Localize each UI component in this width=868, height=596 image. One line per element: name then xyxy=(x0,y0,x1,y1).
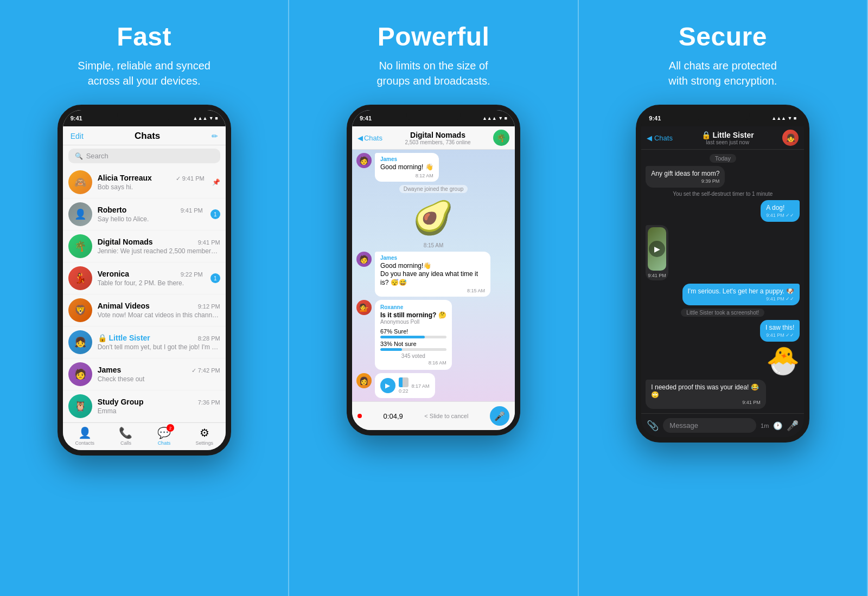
chat-info-sister: 🔒 Little Sister 8:28 PM Don't tell mom y… xyxy=(98,334,220,351)
timestamp-815: 8:15 AM xyxy=(424,242,444,248)
group-name: Digital Nomads xyxy=(386,131,490,139)
search-icon: 🔍 xyxy=(75,152,83,160)
attach-icon[interactable]: 📎 xyxy=(647,420,659,432)
msg-text-gift: Any gift ideas for mom? xyxy=(651,170,719,177)
dark-input-bar: 📎 Message 1m 🕐 🎤 xyxy=(641,413,804,437)
avatar-study: 🦉 xyxy=(68,394,92,418)
sticker-chick: 🐣 xyxy=(766,345,800,376)
msg-james-reply: James Good morning!👋Do you have any idea… xyxy=(375,252,490,297)
chat-name-sister: 🔒 Little Sister xyxy=(98,334,150,342)
chat-info-nomads: Digital Nomads 9:41 PM Jennie: We just r… xyxy=(98,238,220,255)
message-placeholder: Message xyxy=(669,421,698,430)
calls-icon: 📞 xyxy=(119,426,132,439)
group-sub: 2,503 members, 736 online xyxy=(386,139,490,145)
audio-bubble: ▶ 0:22 8:17 AM xyxy=(375,373,435,398)
back-button[interactable]: ◀ Chats xyxy=(358,134,382,142)
avatar-james-group: 🧑 xyxy=(356,153,372,168)
panel-secure: Secure All chats are protectedwith stron… xyxy=(579,0,868,596)
tab-settings[interactable]: ⚙ Settings xyxy=(195,426,213,446)
sticker-avocado: 🥑 xyxy=(356,196,510,239)
screenshot-notice: Little Sister took a screenshot! xyxy=(681,309,764,317)
tab-contacts[interactable]: 👤 Contacts xyxy=(75,426,94,446)
panel-fast-title: Fast xyxy=(117,22,171,52)
secure-messages: Today Any gift ideas for mom? 9:39 PM Yo… xyxy=(641,150,804,413)
badge-veronica: 1 xyxy=(210,273,220,283)
recording-dot xyxy=(358,414,362,418)
chats-title: Chats xyxy=(135,131,160,142)
chat-name-nomads: Digital Nomads xyxy=(98,238,153,246)
dark-nav-name: 🔒 Little Sister xyxy=(676,131,779,139)
phone2-status-icons: ▲▲▲ ▼ ■ xyxy=(482,116,507,121)
video-thumbnail: ▶ xyxy=(648,227,666,271)
system-destruct: You set the self-destruct timer to 1 min… xyxy=(673,191,773,197)
panel-fast-subtitle: Simple, reliable and syncedacross all yo… xyxy=(78,58,210,88)
msg-sender-james: James xyxy=(380,156,433,162)
dark-back-label: Chats xyxy=(654,134,673,142)
message-input[interactable]: Message xyxy=(663,418,756,433)
tab-bar: 👤 Contacts 📞 Calls 💬 2 Chats ⚙ Settings xyxy=(63,422,226,450)
chat-time-sister: 8:28 PM xyxy=(198,335,220,342)
poll-option-2: 33% Not sure xyxy=(380,341,446,351)
video-time: 9:41 PM xyxy=(648,273,666,278)
chat-info-study: Study Group 7:36 PM Emma xyxy=(98,398,220,415)
audio-time: 8:17 AM xyxy=(412,383,430,389)
phone3-time: 9:41 xyxy=(649,115,661,121)
poll-sender: Roxanne xyxy=(380,304,446,310)
chat-item-roberto[interactable]: 👤 Roberto 9:41 PM Say hello to Alice. 1 xyxy=(63,198,226,230)
chat-item-nomads[interactable]: 🌴 Digital Nomads 9:41 PM Jennie: We just… xyxy=(63,230,226,262)
settings-icon: ⚙ xyxy=(200,426,209,439)
poll-label-2: 33% Not sure xyxy=(380,341,446,347)
chat-time-alicia: ✓ 9:41 PM xyxy=(176,175,205,182)
pin-icon-alicia: 📌 xyxy=(212,178,220,186)
panel-fast: Fast Simple, reliable and syncedacross a… xyxy=(0,0,289,596)
search-bar[interactable]: 🔍 Search xyxy=(68,149,220,163)
avatar-james: 🧑 xyxy=(68,362,92,386)
msg-text-saw: I saw this! xyxy=(765,324,794,331)
poll-label-1: 67% Sure! xyxy=(380,328,446,335)
chat-item-animal[interactable]: 🦁 Animal Videos 9:12 PM Vote now! Moar c… xyxy=(63,294,226,326)
chat-preview-james: Check these out xyxy=(98,375,220,383)
chat-item-sister[interactable]: 👧 🔒 Little Sister 8:28 PM Don't tell mom… xyxy=(63,326,226,358)
audio-duration: 0:22 xyxy=(399,388,409,394)
date-label-today: Today xyxy=(710,154,736,163)
chat-name-animal: Animal Videos xyxy=(98,302,150,310)
phone2-notch: 9:41 ▲▲▲ ▼ ■ xyxy=(352,110,515,126)
dark-nav-sub: last seen just now xyxy=(676,139,779,145)
chat-name-alicia: Alicia Torreaux xyxy=(98,174,152,182)
play-button[interactable]: ▶ xyxy=(380,378,395,393)
edit-button[interactable]: Edit xyxy=(71,132,84,140)
phone3-status-icons: ▲▲▲ ▼ ■ xyxy=(771,116,796,121)
compose-button[interactable]: ✏ xyxy=(212,132,218,140)
chat-info-james: James ✓ 7:42 PM Check these out xyxy=(98,366,220,383)
chat-info-veronica: Veronica 9:22 PM Table for four, 2 PM. B… xyxy=(98,270,203,287)
msg-video: ▶ 9:41 PM xyxy=(646,225,668,280)
chat-item-alicia[interactable]: 🙈 Alicia Torreaux ✓ 9:41 PM Bob says hi.… xyxy=(63,166,226,198)
chats-list: 🙈 Alicia Torreaux ✓ 9:41 PM Bob says hi.… xyxy=(63,166,226,422)
avatar-roxanne: 💁 xyxy=(356,300,372,315)
chat-item-james[interactable]: 🧑 James ✓ 7:42 PM Check these out xyxy=(63,358,226,390)
phone3-notch: 9:41 ▲▲▲ ▼ ■ xyxy=(641,110,804,126)
chat-name-james: James xyxy=(98,366,122,374)
chats-tab-badge: 2 xyxy=(167,424,174,432)
msg-text-proof: I needed proof this was your idea! 😂🙄 xyxy=(651,383,758,399)
mic-button[interactable]: 🎤 xyxy=(490,406,509,426)
msg-serious: I'm serious. Let's get her a puppy. 🐶 9:… xyxy=(682,284,800,305)
avatar-nomads: 🌴 xyxy=(68,234,92,258)
chat-item-study[interactable]: 🦉 Study Group 7:36 PM Emma xyxy=(63,390,226,422)
chats-header: Edit Chats ✏ xyxy=(63,126,226,145)
chat-preview-roberto: Say hello to Alice. xyxy=(98,215,203,223)
chat-preview-study: Emma xyxy=(98,407,220,415)
msg-time-serious: 9:41 PM ✓✓ xyxy=(688,296,795,302)
dark-mic-icon[interactable]: 🎤 xyxy=(787,420,799,432)
dark-back-button[interactable]: ◀ Chats xyxy=(647,134,673,142)
chat-time-veronica: 9:22 PM xyxy=(181,271,203,278)
msg-text-dog: A dog! xyxy=(766,204,784,212)
chat-time-james: ✓ 7:42 PM xyxy=(192,367,220,374)
tab-settings-label: Settings xyxy=(195,440,213,446)
chat-item-veronica[interactable]: 💃 Veronica 9:22 PM Table for four, 2 PM.… xyxy=(63,262,226,294)
msg-james-morning: James Good morning! 👋 8:12 AM xyxy=(375,153,439,182)
msg-proof: I needed proof this was your idea! 😂🙄 9:… xyxy=(646,380,766,409)
poll-option-1: 67% Sure! xyxy=(380,328,446,338)
tab-chats[interactable]: 💬 2 Chats xyxy=(157,426,171,446)
tab-calls[interactable]: 📞 Calls xyxy=(119,426,132,446)
